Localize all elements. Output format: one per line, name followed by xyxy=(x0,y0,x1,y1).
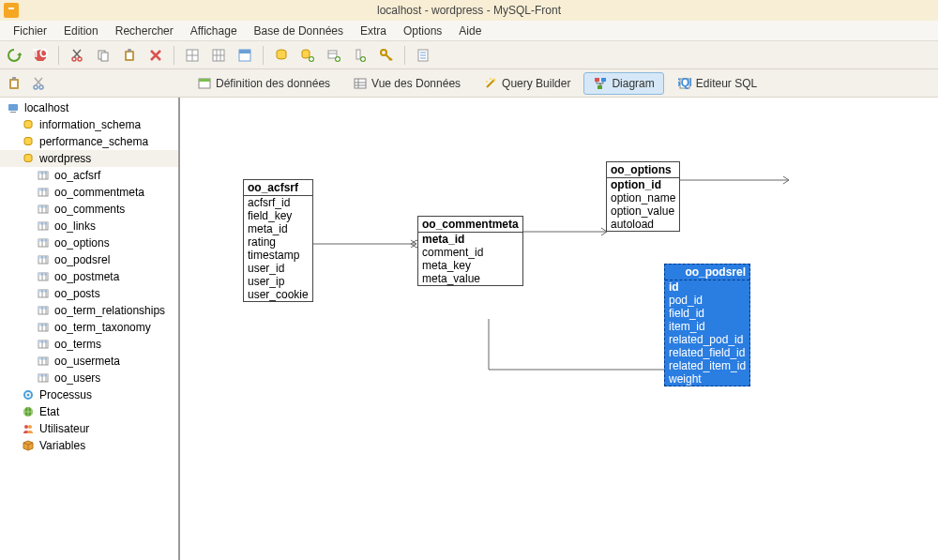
svg-point-36 xyxy=(34,85,38,89)
svg-rect-48 xyxy=(598,85,602,89)
menubar: Fichier Edition Rechercher Affichage Bas… xyxy=(0,21,938,41)
tree-etat[interactable]: Etat xyxy=(0,403,178,420)
data-view-icon xyxy=(353,76,368,91)
tree-table-oo_podsrel[interactable]: oo_podsrel xyxy=(0,251,178,268)
relationship-lines xyxy=(180,98,938,560)
svg-point-45 xyxy=(490,78,492,80)
svg-rect-39 xyxy=(199,79,210,82)
key-icon[interactable] xyxy=(376,45,397,66)
menu-aide[interactable]: Aide xyxy=(451,23,489,39)
copy-icon[interactable] xyxy=(93,45,113,66)
tree-processus[interactable]: Processus xyxy=(0,386,178,403)
svg-point-4 xyxy=(72,57,76,61)
tree-table-oo_acfsrf[interactable]: oo_acfsrf xyxy=(0,167,178,184)
tab-query[interactable]: Query Builder xyxy=(474,72,580,95)
menu-rechercher[interactable]: Rechercher xyxy=(108,23,181,39)
tab-sql[interactable]: SQLEditeur SQL xyxy=(668,72,766,95)
column-add-icon[interactable] xyxy=(350,45,371,66)
database-icon xyxy=(21,117,36,132)
tree-db-wordpress[interactable]: wordpress xyxy=(0,150,178,167)
prop-icon[interactable] xyxy=(413,45,433,66)
tree-table-oo_usermeta[interactable]: oo_usermeta xyxy=(0,353,178,370)
svg-rect-9 xyxy=(127,53,132,59)
tree-utilisateur[interactable]: Utilisateur xyxy=(0,420,178,437)
scissors-paste-icon[interactable] xyxy=(28,73,49,94)
svg-rect-0 xyxy=(7,6,16,15)
grid2-icon[interactable] xyxy=(208,45,229,66)
grid3-icon[interactable] xyxy=(234,45,255,66)
tree-table-oo_terms[interactable]: oo_terms xyxy=(0,336,178,353)
tree-table-oo_postmeta[interactable]: oo_postmeta xyxy=(0,268,178,285)
tree-host[interactable]: localhost xyxy=(0,99,178,116)
diagram-canvas[interactable]: oo_acfsrf acfsrf_id field_key meta_id ra… xyxy=(180,98,938,560)
tree-schema-perf[interactable]: performance_schema xyxy=(0,133,178,150)
svg-rect-46 xyxy=(595,78,599,82)
tab-vue[interactable]: Vue des Données xyxy=(343,72,470,95)
tree-table-oo_term_taxonomy[interactable]: oo_term_taxonomy xyxy=(0,319,178,336)
menu-bdd[interactable]: Base de Données xyxy=(247,23,351,39)
svg-rect-40 xyxy=(355,79,366,88)
db-connect-icon[interactable] xyxy=(271,45,292,66)
tree-table-oo_links[interactable]: oo_links xyxy=(0,218,178,235)
table-icon xyxy=(36,185,51,200)
svg-rect-19 xyxy=(239,50,250,53)
erd-oo-acfsrf[interactable]: oo_acfsrf acfsrf_id field_key meta_id ra… xyxy=(243,179,313,302)
box-icon xyxy=(21,438,36,453)
object-tree[interactable]: localhost information_schema performance… xyxy=(0,98,180,560)
menu-fichier[interactable]: Fichier xyxy=(6,23,54,39)
table-icon xyxy=(36,269,51,284)
svg-rect-35 xyxy=(12,77,16,80)
table-add-icon[interactable] xyxy=(324,45,344,66)
erd-oo-podsrel[interactable]: oo_podsrel id pod_id field_id item_id re… xyxy=(664,264,750,386)
table-icon xyxy=(36,286,51,301)
paste-icon[interactable] xyxy=(119,45,140,66)
svg-rect-26 xyxy=(356,50,360,59)
tree-table-oo_options[interactable]: oo_options xyxy=(0,235,178,251)
svg-point-112 xyxy=(28,425,32,429)
wand-icon xyxy=(483,76,498,91)
tree-table-oo_posts[interactable]: oo_posts xyxy=(0,285,178,302)
delete-icon[interactable] xyxy=(145,45,166,66)
titlebar: localhost - wordpress - MySQL-Front xyxy=(0,0,938,21)
users-icon xyxy=(21,421,36,436)
cut-icon[interactable] xyxy=(67,45,87,66)
tree-table-oo_commentmeta[interactable]: oo_commentmeta xyxy=(0,184,178,201)
svg-text:SQL: SQL xyxy=(678,77,691,89)
host-icon xyxy=(6,100,21,115)
sql-icon: SQL xyxy=(677,76,692,91)
tree-table-oo_users[interactable]: oo_users xyxy=(0,370,178,386)
definition-icon xyxy=(197,76,212,91)
diagram-icon xyxy=(593,76,608,91)
svg-rect-51 xyxy=(8,104,18,111)
refresh-icon[interactable] xyxy=(4,45,24,66)
tab-definition[interactable]: Définition des données xyxy=(188,72,340,95)
window-title: localhost - wordpress - MySQL-Front xyxy=(377,4,561,17)
svg-point-44 xyxy=(486,81,488,83)
app-icon xyxy=(4,3,19,18)
menu-edition[interactable]: Edition xyxy=(56,23,106,39)
erd-oo-options[interactable]: oo_options option_id option_name option_… xyxy=(606,161,680,232)
svg-rect-47 xyxy=(601,78,606,82)
table-icon xyxy=(36,320,51,335)
svg-text:STOP: STOP xyxy=(33,48,48,60)
tree-variables[interactable]: Variables xyxy=(0,437,178,454)
menu-options[interactable]: Options xyxy=(396,23,449,39)
grid1-icon[interactable] xyxy=(182,45,203,66)
table-icon xyxy=(36,371,51,386)
svg-rect-10 xyxy=(128,49,131,52)
menu-affichage[interactable]: Affichage xyxy=(183,23,245,39)
paste-toggle-icon[interactable] xyxy=(4,73,24,94)
db-add-icon[interactable] xyxy=(297,45,318,66)
table-icon xyxy=(36,235,51,250)
stop-icon[interactable]: STOP xyxy=(30,45,51,66)
table-icon xyxy=(36,337,51,352)
tree-table-oo_term_relationships[interactable]: oo_term_relationships xyxy=(0,302,178,319)
erd-oo-commentmeta[interactable]: oo_commentmeta meta_id comment_id meta_k… xyxy=(417,216,523,286)
tab-diagram[interactable]: Diagram xyxy=(583,72,663,95)
tree-schema-info[interactable]: information_schema xyxy=(0,116,178,133)
tree-table-oo_comments[interactable]: oo_comments xyxy=(0,201,178,218)
globe-icon xyxy=(21,404,36,419)
svg-rect-34 xyxy=(11,81,17,87)
svg-rect-1 xyxy=(8,8,14,9)
menu-extra[interactable]: Extra xyxy=(353,23,394,39)
